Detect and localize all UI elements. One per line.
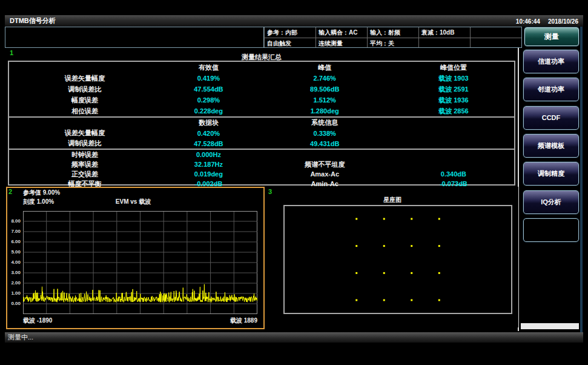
constellation-point [411,272,412,274]
constellation-point [411,245,412,247]
table-row: 频率误差32.187Hz频谱不平坦度 [9,159,514,169]
table-row: 调制误差比47.528dB49.431dB [9,138,514,149]
constellation-title: 星座图 [266,196,518,204]
row-label: 误差矢量幅度 [9,129,160,138]
parameter-bar-spacer [5,27,264,47]
cell-value: 47.554dB [160,85,256,93]
cell-value: 2.746% [257,75,393,82]
sidebar-bottom-strip [521,323,579,329]
table-header-row: 有效值峰值峰值位置 [9,62,514,73]
app-title: DTMB信号分析 [10,16,56,25]
parameter-grid: 参考：内部输入耦合：AC输入：射频衰减：10dB自由触发连续测量平均：关 [264,27,521,47]
sidebar-button-3[interactable]: CCDF [523,106,579,130]
row-label: 频率误差 [9,160,160,169]
constellation-point [383,245,385,247]
row-label: 调制误差比 [9,139,160,148]
constellation-point [383,218,385,220]
measure-menu-button[interactable]: 测量 [524,27,579,46]
table-row: 时钟误差0.000Hz [9,150,514,159]
cell-value: 0.338% [257,130,393,137]
cell-value: 1.512% [257,96,393,104]
evm-reference-value: 参考值 9.00% [23,189,60,197]
cell-value: 0.000Hz [160,151,256,158]
cell-value: 32.187Hz [160,161,256,168]
constellation-point [438,245,440,247]
evm-y-tick: 6.00 [6,239,21,244]
sidebar-button-2[interactable]: 邻道功率 [523,78,579,101]
summary-section-2: 数据块系统信息误差矢量幅度0.420%0.338%调制误差比47.528dB49… [9,116,514,149]
clock: 10:46:44 2018/10/26 [510,18,578,25]
evm-y-tick: 5.00 [6,249,21,255]
constellation-point [383,272,385,274]
cell-value: 有效值 [160,63,256,72]
sidebar-button-1[interactable]: 信道功率 [523,50,579,73]
constellation-point [411,300,412,301]
row-label: 正交误差 [9,170,160,179]
sidebar-button-6[interactable]: IQ分析 [523,190,579,214]
param-cell: 衰减：10dB [418,27,470,38]
title-bar: DTMB信号分析 10:46:44 2018/10/26 [5,15,583,27]
row-label: 误差矢量幅度 [9,74,160,83]
cell-value: 峰值 [257,63,393,72]
constellation-point [438,300,440,301]
sidebar-button-blank[interactable] [523,218,579,242]
constellation-point [355,218,357,220]
table-row: 相位误差0.228deg1.280deg载波 2856 [9,105,514,116]
constellation-point [411,218,412,220]
param-cell [470,27,521,38]
evm-y-tick: 1.00 [6,290,21,296]
cell-value: 49.431dB [257,140,393,147]
cell-value: 0.228deg [160,107,256,115]
summary-table: 有效值峰值峰值位置误差矢量幅度0.419%2.746%载波 1903调制误差比4… [8,61,515,186]
constellation-point [355,300,357,301]
evm-x-left-label: 载波 -1890 [23,316,52,325]
param-cell: 平均：关 [367,38,418,48]
evm-scale-value: 刻度 1.00% [23,198,54,206]
row-label: 时钟误差 [9,150,160,159]
constellation-point [355,245,357,247]
cell-value: 1.280deg [257,107,393,115]
cell-value: 0.019deg [160,170,256,178]
sidebar-button-5[interactable]: 调制精度 [523,162,579,186]
evm-chart-title: EVM vs 载波 [73,198,194,206]
summary-section-1: 有效值峰值峰值位置误差矢量幅度0.419%2.746%载波 1903调制误差比4… [9,62,514,116]
table-row: 误差矢量幅度0.420%0.338% [9,128,514,138]
table-row: 调制误差比47.554dB89.506dB载波 2591 [9,84,514,95]
status-bar: 测量中... [5,332,583,343]
param-cell: 输入：射频 [367,27,418,38]
evm-x-axis-labels: 载波 -1890 载波 1889 [23,316,257,325]
cell-value: 载波 2591 [393,85,514,94]
cell-value: 89.506dB [257,85,393,93]
param-cell [418,38,470,48]
cell-value: 系统信息 [257,118,393,127]
row-label: 调制误差比 [9,85,160,94]
parameter-bar: 参考：内部输入耦合：AC输入：射频衰减：10dB自由触发连续测量平均：关 [5,27,522,48]
cell-value: 0.420% [160,130,256,137]
evm-y-tick: 3.00 [6,270,21,275]
constellation-point [383,300,385,301]
row-label: 幅度误差 [9,96,160,105]
table-row: 误差矢量幅度0.419%2.746%载波 1903 [9,73,514,84]
table-header-row: 数据块系统信息 [9,118,514,128]
evm-y-tick: 8.00 [6,218,21,224]
table-row: 幅度误差0.298%1.512%载波 1936 [9,95,514,105]
evm-y-tick: 7.00 [6,229,21,234]
cell-value: 载波 1936 [393,96,514,105]
evm-y-tick: 2.00 [6,280,21,286]
evm-x-right-label: 载波 1889 [230,316,257,325]
cell-value: 数据块 [160,118,256,127]
cell-value: 峰值位置 [393,63,514,72]
cell-value: 频谱不平坦度 [257,160,393,169]
panel-2-number: 2 [8,188,12,195]
evm-plot-area [23,211,257,314]
param-cell [470,38,521,48]
evm-y-tick: 0.00 [6,301,21,306]
status-text: 测量中... [8,333,33,342]
param-cell: 输入耦合：AC [315,27,367,38]
sidebar-button-4[interactable]: 频谱模板 [523,134,579,158]
cell-value: Amax-Ac [257,170,393,178]
constellation-point [355,272,357,274]
clock-time: 10:46:44 [516,18,540,25]
param-cell: 自由触发 [264,38,315,48]
cell-value: 0.340dB [393,170,514,178]
